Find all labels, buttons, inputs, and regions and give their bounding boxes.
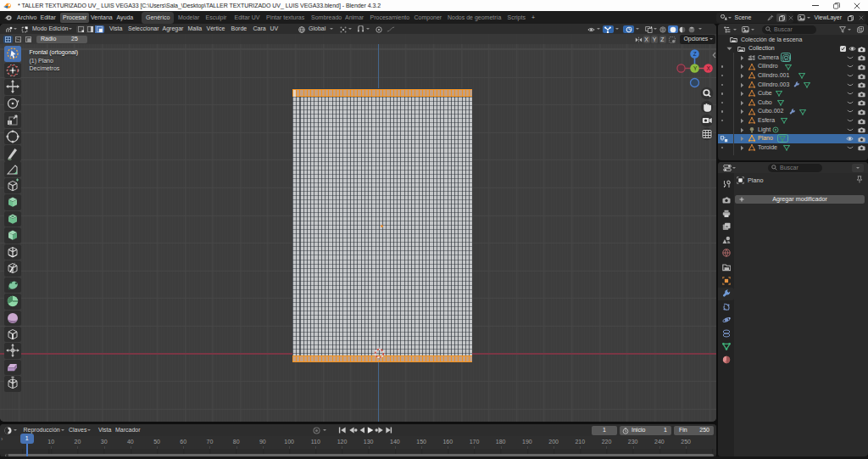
svg-text:Y: Y [693, 65, 698, 71]
svg-text:X: X [707, 65, 711, 71]
svg-text:Z: Z [693, 51, 697, 57]
